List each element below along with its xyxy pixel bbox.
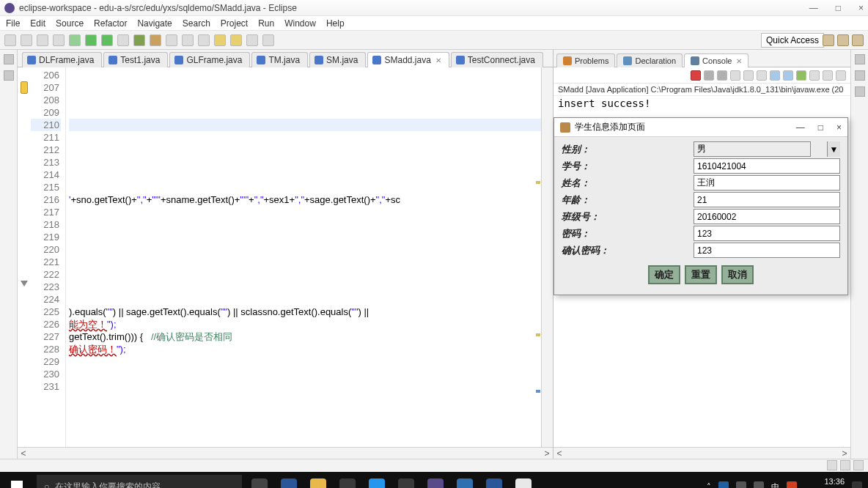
menu-search[interactable]: Search: [183, 18, 210, 29]
menu-navigate[interactable]: Navigate: [137, 18, 172, 29]
scroll-left-icon[interactable]: <: [18, 448, 29, 459]
taskbar-clock[interactable]: 13:36 2017/11/28: [804, 477, 845, 488]
scroll-lock-icon[interactable]: [743, 70, 754, 81]
status-icon-2[interactable]: [840, 460, 850, 470]
outline-icon[interactable]: [855, 54, 865, 64]
tray-ime-label[interactable]: 中: [771, 481, 779, 489]
run-icon[interactable]: [85, 34, 97, 46]
tab-problems[interactable]: Problems: [556, 53, 615, 67]
search-icon[interactable]: [182, 34, 194, 46]
terminate-icon[interactable]: [691, 70, 701, 81]
status-icon-1[interactable]: [827, 460, 837, 470]
ok-button[interactable]: 确定: [648, 265, 680, 284]
maximize-button[interactable]: □: [836, 3, 841, 13]
menu-window[interactable]: Window: [284, 18, 316, 29]
dropdown-arrow-icon[interactable]: ▼: [827, 141, 840, 157]
pin-console-icon[interactable]: [757, 70, 767, 81]
tab-testconnect[interactable]: TestConnect.java: [451, 52, 543, 67]
tab-test1[interactable]: Test1.java: [103, 52, 168, 67]
display-selected-icon[interactable]: [770, 70, 780, 81]
tab-declaration[interactable]: Declaration: [617, 53, 683, 67]
menu-project[interactable]: Project: [221, 18, 248, 29]
menu-refactor[interactable]: Refactor: [94, 18, 127, 29]
name-input[interactable]: [694, 175, 840, 191]
remove-all-icon[interactable]: [717, 70, 727, 81]
scroll-left-icon[interactable]: <: [553, 448, 565, 459]
menu-help[interactable]: Help: [326, 18, 345, 29]
class-input[interactable]: [694, 209, 840, 224]
taskbar-app-qq[interactable]: [362, 472, 391, 488]
clear-console-icon[interactable]: [730, 70, 740, 81]
scroll-right-icon[interactable]: >: [839, 448, 850, 459]
code-area[interactable]: '+sno.getText()+","+"'"+sname.getText()+…: [66, 67, 553, 447]
new-icon[interactable]: [4, 34, 16, 46]
sno-input[interactable]: [694, 158, 840, 174]
taskbar-app-store[interactable]: [333, 472, 362, 488]
reset-button[interactable]: 重置: [685, 265, 717, 284]
tab-sm[interactable]: SM.java: [309, 52, 366, 67]
horizontal-scrollbar[interactable]: < >: [18, 447, 553, 459]
menu-source[interactable]: Source: [56, 18, 84, 29]
tab-smadd[interactable]: SMadd.java✕: [367, 52, 449, 67]
tab-tm[interactable]: TM.java: [251, 52, 308, 67]
pwd-input[interactable]: [694, 226, 840, 241]
vertical-scrollbar[interactable]: [541, 67, 553, 447]
console-output[interactable]: insert success!: [553, 96, 850, 111]
age-input[interactable]: [694, 192, 840, 207]
minimize-view-icon[interactable]: [4, 70, 14, 81]
close-view-icon[interactable]: ✕: [736, 57, 742, 65]
package-explorer-icon[interactable]: [4, 54, 14, 64]
taskbar-app-word[interactable]: [479, 472, 509, 488]
taskbar-app-tools[interactable]: [450, 472, 479, 488]
task-list-icon[interactable]: [855, 70, 865, 81]
menu-edit[interactable]: Edit: [30, 18, 45, 29]
open-type-icon[interactable]: [166, 34, 177, 46]
action-center-icon[interactable]: [852, 481, 862, 488]
minimize-icon[interactable]: [823, 70, 833, 81]
menu-file[interactable]: File: [6, 18, 20, 29]
new-class-icon[interactable]: [133, 34, 145, 46]
toggle-mark-icon[interactable]: [198, 34, 210, 46]
open-console-icon[interactable]: [783, 70, 793, 81]
dialog-title-bar[interactable]: 学生信息添加页面 — □ ×: [554, 118, 847, 137]
perspective-java-icon[interactable]: [823, 34, 834, 46]
quick-access-box[interactable]: Quick Access: [761, 33, 824, 48]
dialog-minimize-button[interactable]: —: [796, 122, 805, 133]
restore-view-icon[interactable]: [855, 86, 865, 97]
coverage-icon[interactable]: [117, 34, 129, 46]
tab-glframe[interactable]: GLFrame.java: [169, 52, 250, 67]
task-view-button[interactable]: [245, 472, 274, 488]
taskbar-app-edge[interactable]: [274, 472, 304, 488]
menu-run[interactable]: Run: [258, 18, 274, 29]
pwd2-input[interactable]: [694, 243, 840, 258]
new-console-icon[interactable]: [809, 70, 820, 81]
tab-console[interactable]: Console✕: [684, 53, 749, 67]
start-button[interactable]: [0, 472, 34, 488]
minimize-button[interactable]: —: [809, 3, 818, 13]
dialog-maximize-button[interactable]: □: [818, 122, 823, 133]
perspective-other-icon[interactable]: [852, 34, 864, 46]
editor-body[interactable]: 2062072082092102112122132142152162172182…: [18, 67, 553, 447]
dialog-close-button[interactable]: ×: [836, 122, 842, 133]
next-annotation-icon[interactable]: [214, 34, 226, 46]
new-package-icon[interactable]: [150, 34, 161, 46]
tab-dlframe[interactable]: DLFrame.java: [22, 52, 102, 67]
maximize-icon[interactable]: [836, 70, 846, 81]
tray-sogou-icon[interactable]: [787, 481, 797, 488]
close-button[interactable]: ×: [858, 3, 864, 13]
console-scrollbar[interactable]: < >: [553, 447, 850, 459]
back-icon[interactable]: [246, 34, 258, 46]
taskbar-app-explorer[interactable]: [304, 472, 333, 488]
remove-launch-icon[interactable]: [704, 70, 714, 81]
save-icon[interactable]: [21, 34, 32, 46]
taskbar-app-wechat[interactable]: [391, 472, 421, 488]
gender-select[interactable]: [694, 141, 811, 157]
tray-chevron-icon[interactable]: ˄: [707, 482, 711, 489]
status-icon-3[interactable]: [853, 460, 864, 470]
tray-network-icon[interactable]: [736, 481, 746, 488]
overview-ruler[interactable]: [535, 67, 541, 447]
debug-icon[interactable]: [69, 34, 81, 46]
taskbar-app-java[interactable]: [509, 472, 538, 488]
tray-volume-icon[interactable]: [754, 481, 764, 488]
close-tab-icon[interactable]: ✕: [435, 56, 441, 64]
